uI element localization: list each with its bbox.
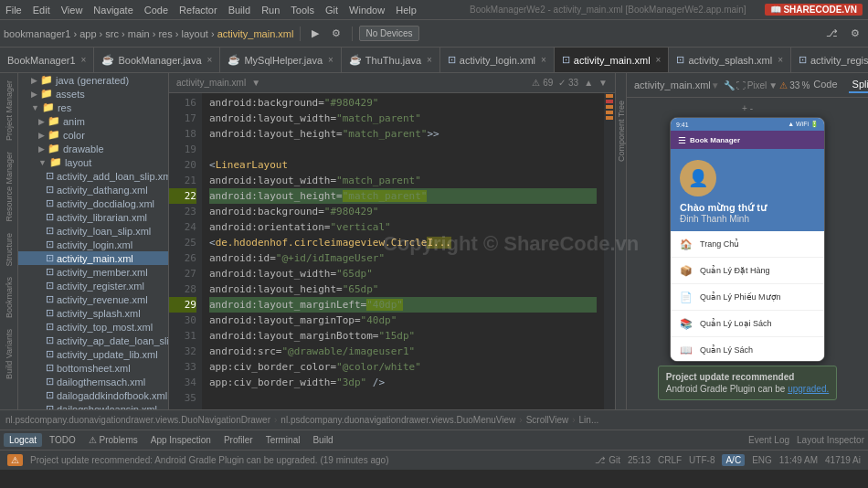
tab-close[interactable]: × [778, 55, 783, 65]
tree-item-java-generated[interactable]: ▶ 📁 java (generated) [18, 73, 168, 87]
build-variants-label[interactable]: Build Variants [5, 325, 14, 383]
menu-item-build[interactable]: Build [228, 5, 250, 16]
tree-item-assets[interactable]: ▶ 📁 assets [18, 87, 168, 101]
component-tree-label[interactable]: Component Tree [617, 101, 626, 162]
nav-item-home[interactable]: 🏠 Trang Chủ [671, 231, 824, 258]
tab-close[interactable]: × [541, 55, 546, 65]
tree-item-dailog-showloan[interactable]: ⊡ dailogshowloansip.xml [18, 402, 168, 409]
editor-content[interactable]: 1617181920 21 22 2324 25💡 262728 29 3031… [169, 93, 615, 409]
preview-icon2[interactable]: ⛶ [736, 80, 746, 90]
settings-icon[interactable]: ⚙ [846, 26, 864, 41]
resource-manager-label[interactable]: Resource Manager [5, 148, 14, 226]
tree-item-update-lib[interactable]: ⊡ activity_update_lib.xml [18, 347, 168, 361]
tab-close[interactable]: × [81, 55, 87, 65]
menu-item-tools[interactable]: Tools [291, 5, 314, 16]
menu-item-edit[interactable]: Edit [33, 5, 50, 16]
tab-activity-login[interactable]: ⊡ activity_login.xml × [440, 48, 555, 73]
tab-bar: BookManager1 × ☕ BookManager.java × ☕ My… [0, 48, 868, 73]
bottom-tab-terminal[interactable]: Terminal [260, 433, 306, 447]
notification-banner: Project update recommended Android Gradl… [658, 366, 837, 400]
nav-item-loai-sach[interactable]: 📚 Quản Lý Loại Sách [671, 311, 824, 337]
preview-pixel[interactable]: Pixel [747, 80, 767, 90]
menu-item-git[interactable]: Git [325, 5, 338, 16]
breadcrumb-item2[interactable]: nl.psdcompany.duonavigationdrawer.views.… [281, 415, 515, 425]
tree-item-color[interactable]: ▶ 📁 color [18, 128, 168, 142]
menu-item-window[interactable]: Window [349, 5, 385, 16]
device-selector[interactable]: No Devices [359, 26, 418, 41]
tab-bookmanager-java[interactable]: ☕ BookManager.java × [94, 48, 220, 73]
structure-label[interactable]: Structure [5, 229, 14, 271]
tab-activity-main[interactable]: ⊡ activity_main.xml × [555, 48, 670, 73]
menu-item-file[interactable]: File [5, 5, 22, 16]
breadcrumb-item4[interactable]: Lin... [579, 415, 599, 425]
tab-mysqlhelper[interactable]: ☕ MySqlHelper.java × [220, 48, 341, 73]
tree-item-login[interactable]: ⊡ activity_login.xml [18, 238, 168, 251]
bottom-tab-appinspect[interactable]: App Inspection [145, 433, 217, 447]
preview-zoom: 33 [789, 80, 799, 90]
bottom-tab-problems[interactable]: ⚠ Problems [83, 433, 143, 447]
tab-activity-splash[interactable]: ⊡ activity_splash.xml × [669, 48, 791, 73]
tree-item-member[interactable]: ⊡ activity_member.xml [18, 265, 168, 279]
layout-inspector-tab[interactable]: Layout Inspector [797, 435, 864, 445]
bookmarks-label[interactable]: Bookmarks [5, 273, 14, 322]
tree-item-dailog-addkind[interactable]: ⊡ dailogaddkindofbook.xml [18, 388, 168, 402]
status-ai: 41719 Ai [825, 455, 861, 465]
bottom-tab-profiler[interactable]: Profiler [218, 433, 259, 447]
tab-thuthu[interactable]: ☕ ThuThu.java × [342, 48, 440, 73]
tree-item-loan-slip[interactable]: ⊡ activity_loan_slip.xml [18, 224, 168, 238]
git-icon[interactable]: ⎇ [821, 26, 842, 41]
tree-item-main-selected[interactable]: ⊡ activity_main.xml [18, 251, 168, 265]
tree-item-revenue[interactable]: ⊡ activity_revenue.xml [18, 292, 168, 306]
tree-item-layout[interactable]: ▼ 📁 layout [18, 155, 168, 169]
run-button[interactable]: ▶ [307, 26, 323, 41]
project-manager-label[interactable]: Project Manager [5, 77, 14, 144]
nav-item-orders[interactable]: 📦 Quản Lý Đặt Hàng [671, 258, 824, 284]
tree-item-bottomsheet[interactable]: ⊡ bottomsheet.xml [18, 361, 168, 375]
code-line [209, 390, 597, 406]
menu-item-navigate[interactable]: Navigate [93, 5, 132, 16]
preview-tab-split[interactable]: Split [849, 77, 868, 93]
hamburger-icon: ☰ [678, 135, 686, 145]
tree-item-ap-date[interactable]: ⊡ activity_ap_date_loan_slip.xml [18, 334, 168, 347]
code-area[interactable]: android:background="#980429" android:lay… [202, 93, 604, 409]
preview-icon1[interactable]: 🔧 [724, 80, 735, 90]
gutter-warning [606, 94, 613, 98]
tree-item-add-loan[interactable]: ⊡ activity_add_loan_slip.xml [18, 169, 168, 183]
tree-item-anim[interactable]: ▶ 📁 anim [18, 114, 168, 128]
preview-body: + - 9:41 ▲ WiFi 🔋 ☰ Book Manager [627, 98, 868, 409]
bottom-tab-build[interactable]: Build [307, 433, 338, 447]
bottom-tab-logcat[interactable]: Logcat [4, 433, 42, 447]
preview-header: activity_main.xml ▼ 🔧 ⛶ Pixel ▼ ⚠ 33 % C… [627, 73, 868, 98]
menu-item-help[interactable]: Help [396, 5, 417, 16]
tree-item-dailog-themsach[interactable]: ⊡ dailogthemsach.xml [18, 375, 168, 388]
tree-item-register[interactable]: ⊡ activity_register.xml [18, 279, 168, 292]
breadcrumb-item3[interactable]: ScrollView [526, 415, 569, 425]
tree-item-splash[interactable]: ⊡ activity_splash.xml [18, 306, 168, 320]
menu-item-code[interactable]: Code [144, 5, 168, 16]
toolbar-separator2 [352, 27, 353, 41]
nav-item-sach[interactable]: 📖 Quản Lý Sách [671, 337, 824, 362]
tab-close[interactable]: × [328, 55, 333, 65]
nav-item-phieu[interactable]: 📄 Quản Lý Phiếu Mượn [671, 284, 824, 311]
bottom-tab-todo[interactable]: TODO [44, 433, 81, 447]
tab-activity-register[interactable]: ⊡ activity_register.xml × [791, 48, 868, 73]
event-log-tab[interactable]: Event Log [748, 435, 789, 445]
tree-item-docdialog[interactable]: ⊡ activity_docdialog.xml [18, 196, 168, 210]
debug-button[interactable]: ⚙ [327, 26, 345, 41]
tree-item-drawable[interactable]: ▶ 📁 drawable [18, 142, 168, 155]
notification-link[interactable]: upgraded. [788, 384, 829, 394]
tab-close[interactable]: × [207, 55, 213, 65]
menu-item-run[interactable]: Run [261, 5, 280, 16]
menu-item-view[interactable]: View [61, 5, 83, 16]
tab-bookmanager1[interactable]: BookManager1 × [0, 48, 94, 73]
tree-item-top-most[interactable]: ⊡ activity_top_most.xml [18, 320, 168, 334]
tree-item-dathang[interactable]: ⊡ activity_dathang.xml [18, 183, 168, 196]
status-line-endings: CRLF [658, 455, 682, 465]
tab-close[interactable]: × [427, 55, 432, 65]
breadcrumb-item1[interactable]: nl.psdcompany.duonavigationdrawer.views.… [5, 415, 270, 425]
menu-item-refactor[interactable]: Refactor [179, 5, 217, 16]
tree-item-res[interactable]: ▼ 📁 res [18, 101, 168, 114]
tree-item-librarian[interactable]: ⊡ activity_librarian.xml [18, 210, 168, 224]
preview-tab-code[interactable]: Code [810, 77, 841, 93]
tab-close[interactable]: × [656, 55, 662, 65]
